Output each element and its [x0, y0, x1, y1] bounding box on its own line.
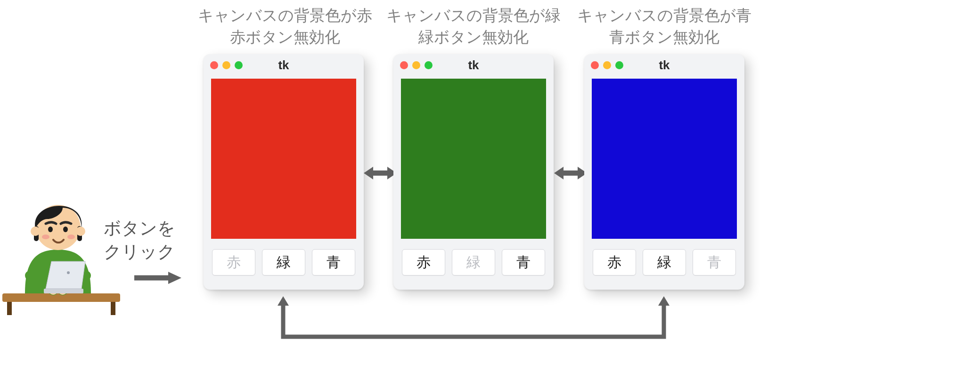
title-bar: tk: [584, 54, 744, 76]
svg-marker-20: [554, 167, 564, 179]
svg-point-6: [67, 271, 70, 274]
svg-point-11: [63, 227, 68, 232]
caption-green: キャンバスの背景色が緑 緑ボタン無効化: [375, 5, 572, 48]
tk-window-blue: tk 赤 緑 青: [584, 54, 744, 290]
tk-window-green: tk 赤 緑 青: [393, 54, 554, 290]
double-arrow-icon: [554, 165, 587, 181]
close-icon[interactable]: [591, 61, 599, 69]
caption-blue-line1: キャンバスの背景色が青: [565, 5, 763, 26]
canvas: [592, 79, 737, 239]
svg-rect-1: [7, 302, 12, 315]
action-label: ボタンを クリック: [104, 217, 175, 264]
double-arrow-connector-icon: [276, 294, 671, 356]
arrow-right-icon: [134, 271, 181, 285]
canvas: [211, 79, 356, 239]
double-arrow-icon: [364, 165, 397, 181]
svg-marker-15: [168, 272, 181, 284]
red-button: 赤: [212, 249, 255, 276]
maximize-icon[interactable]: [425, 61, 433, 69]
svg-point-10: [48, 227, 53, 232]
blue-button[interactable]: 青: [312, 249, 355, 276]
title-bar: tk: [393, 54, 554, 76]
caption-red-line1: キャンバスの背景色が赤: [186, 5, 384, 26]
svg-rect-5: [44, 289, 83, 293]
green-button[interactable]: 緑: [643, 249, 686, 276]
minimize-icon[interactable]: [222, 61, 230, 69]
caption-red: キャンバスの背景色が赤 赤ボタン無効化: [186, 5, 384, 48]
svg-marker-23: [658, 296, 670, 306]
minimize-icon[interactable]: [603, 61, 611, 69]
maximize-icon[interactable]: [235, 61, 243, 69]
svg-point-8: [31, 227, 40, 236]
svg-point-12: [42, 235, 49, 239]
blue-button: 青: [693, 249, 736, 276]
svg-point-9: [76, 227, 85, 236]
caption-blue: キャンバスの背景色が青 青ボタン無効化: [565, 5, 763, 48]
action-label-line2: クリック: [104, 240, 175, 264]
caption-green-line1: キャンバスの背景色が緑: [375, 5, 572, 26]
close-icon[interactable]: [210, 61, 218, 69]
canvas: [401, 79, 546, 239]
title-bar: tk: [204, 54, 364, 76]
minimize-icon[interactable]: [412, 61, 420, 69]
close-icon[interactable]: [400, 61, 408, 69]
caption-green-line2: 緑ボタン無効化: [375, 26, 572, 48]
svg-marker-17: [364, 167, 373, 179]
red-button[interactable]: 赤: [593, 249, 636, 276]
action-label-line1: ボタンを: [104, 217, 175, 240]
red-button[interactable]: 赤: [402, 249, 445, 276]
blue-button[interactable]: 青: [502, 249, 545, 276]
svg-rect-2: [111, 302, 115, 315]
green-button: 緑: [452, 249, 495, 276]
svg-point-13: [67, 235, 75, 239]
green-button[interactable]: 緑: [262, 249, 305, 276]
svg-marker-22: [278, 296, 289, 306]
caption-blue-line2: 青ボタン無効化: [565, 26, 763, 48]
user-illustration: [2, 191, 120, 318]
tk-window-red: tk 赤 緑 青: [204, 54, 364, 290]
maximize-icon[interactable]: [615, 61, 623, 69]
caption-red-line2: 赤ボタン無効化: [186, 26, 384, 48]
